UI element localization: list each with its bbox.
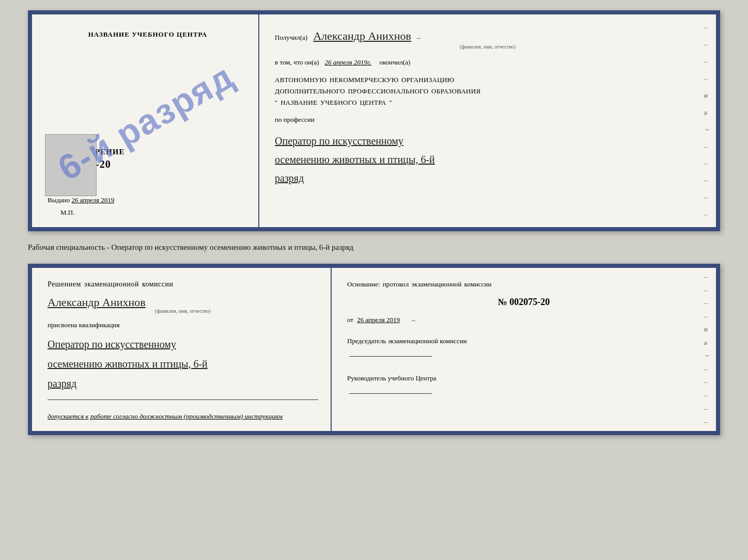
profession-line1: Оператор по искусственному: [275, 132, 700, 150]
date-value: 26 апреля 2019г.: [325, 58, 371, 66]
qual-line3: разряд: [48, 374, 318, 393]
date-prefix: от: [347, 316, 353, 324]
chairman-title: Председатель экзаменационной комиссии: [347, 334, 700, 348]
org-block: АВТОНОМНУЮ НЕКОММЕРЧЕСКУЮ ОРГАНИЗАЦИЮ ДО…: [275, 74, 700, 108]
qual-line2: осеменению животных и птицы, 6-й: [48, 354, 318, 374]
center-title: НАЗВАНИЕ УЧЕБНОГО ЦЕНТРА: [48, 30, 248, 39]
finished-label: окончил(а): [379, 58, 410, 66]
head-section: Руководитель учебного Центра: [347, 372, 700, 398]
bottom-right-panel: Основание: протокол экзаменационной коми…: [332, 268, 716, 431]
assigned-label: присвоена квалификация: [48, 321, 318, 329]
chairman-section: Председатель экзаменационной комиссии: [347, 334, 700, 361]
head-title: Руководитель учебного Центра: [347, 372, 700, 385]
org-line2: ДОПОЛНИТЕЛЬНОГО ПРОФЕССИОНАЛЬНОГО ОБРАЗО…: [275, 86, 700, 97]
bottom-title: Решением экаменационной комиссии: [48, 280, 318, 289]
issued-date: 26 апреля 2019: [72, 196, 115, 204]
qual-line1: Оператор по искусственному: [48, 334, 318, 354]
subtitle-text: Рабочая специальность - Оператор по иску…: [28, 243, 353, 251]
person-name-top: Александр Анихнов: [313, 29, 411, 42]
received-row: Получил(а) Александр Анихнов – (фамилия,…: [275, 27, 700, 51]
dash-right: –: [412, 316, 415, 324]
profession-line2: осеменению животных и птицы, 6-й: [275, 150, 700, 169]
date-row: в том, что он(а) 26 апреля 2019г. окончи…: [275, 57, 700, 68]
allowed-label: допускается к: [48, 412, 89, 420]
date-label: в том, что он(а): [275, 58, 319, 66]
protocol-date: от 26 апреля 2019 –: [347, 316, 700, 324]
doc-left-panel: НАЗВАНИЕ УЧЕБНОГО ЦЕНТРА 6-й разряд УДОС…: [32, 14, 259, 227]
basis-label: Основание: протокол экзаменационной коми…: [347, 280, 700, 289]
profession-label-row: по профессии: [275, 115, 700, 125]
protocol-number: № 002075-20: [347, 297, 700, 308]
chairman-sig-line: [349, 356, 432, 357]
protocol-date-value: 26 апреля 2019: [357, 316, 400, 324]
profession-line3: разряд: [275, 169, 700, 187]
head-sig-line: [349, 393, 432, 394]
side-dashes: –––– иа← –––––: [704, 14, 711, 227]
org-line1: АВТОНОМНУЮ НЕКОММЕРЧЕСКУЮ ОРГАНИЗАЦИЮ: [275, 74, 700, 86]
qualification-value: Оператор по искусственному осеменению жи…: [48, 334, 318, 393]
bottom-person-name: Александр Анихнов: [48, 296, 318, 309]
subtitle-bar: Рабочая специальность - Оператор по иску…: [28, 239, 720, 255]
doc-right-panel: Получил(а) Александр Анихнов – (фамилия,…: [259, 14, 716, 227]
allowed-text: допускается к работе согласно должностны…: [48, 412, 318, 421]
bottom-document: Решением экаменационной комиссии Алексан…: [28, 264, 720, 435]
bottom-left-panel: Решением экаменационной комиссии Алексан…: [32, 268, 332, 431]
issued-label: Выдано: [48, 196, 70, 204]
allowed-value: работе согласно должностным (производств…: [90, 412, 283, 420]
photo-placeholder: [45, 134, 97, 196]
mp-line: М.П.: [48, 209, 248, 217]
profession-label: по профессии: [275, 116, 315, 123]
bottom-person-row: Александр Анихнов (фамилия, имя, отчеств…: [48, 294, 318, 314]
profession-value: Оператор по искусственному осеменению жи…: [275, 132, 700, 187]
dash-separator: –: [417, 34, 420, 41]
person-name-sub-top: (фамилия, имя, отчество): [275, 43, 700, 51]
top-document: НАЗВАНИЕ УЧЕБНОГО ЦЕНТРА 6-й разряд УДОС…: [28, 10, 720, 231]
received-label: Получил(а): [275, 34, 307, 41]
org-line3: " НАЗВАНИЕ УЧЕБНОГО ЦЕНТРА ": [275, 97, 700, 108]
bottom-side-dashes: –––– иа← –––––: [704, 268, 711, 431]
